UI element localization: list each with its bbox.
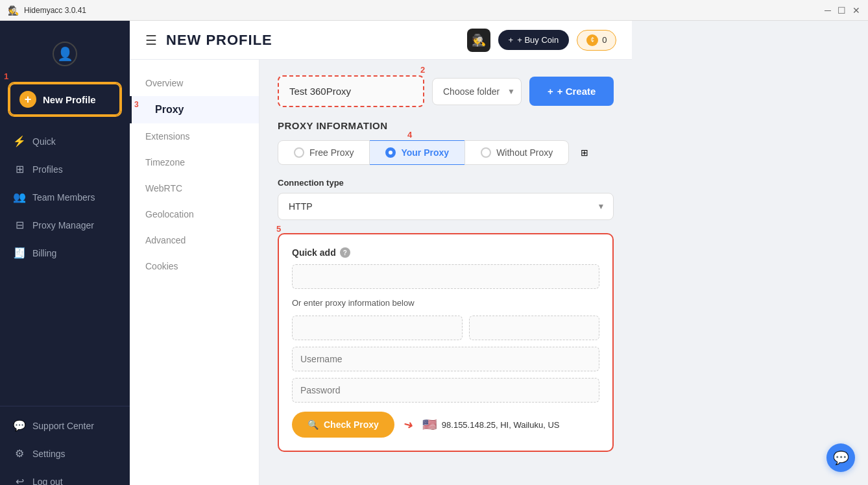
- plus-icon: +: [19, 91, 36, 108]
- sidebar-label-profiles: Profiles: [32, 164, 63, 175]
- create-button[interactable]: + + Create: [529, 77, 614, 106]
- sidebar-item-proxy-manager[interactable]: ⊟ Proxy Manager: [0, 211, 130, 239]
- sidebar-label-billing: Billing: [32, 248, 56, 258]
- nav-item-proxy[interactable]: 3 Proxy: [130, 96, 259, 123]
- quick-add-box: 5 Quick add ? Or enter proxy information…: [278, 233, 614, 452]
- new-profile-label: New Profile: [43, 94, 96, 105]
- close-button[interactable]: ✕: [852, 5, 860, 16]
- nav-item-webrtc[interactable]: WebRTC: [130, 175, 259, 201]
- minimize-button[interactable]: ─: [825, 5, 831, 16]
- buy-coin-button[interactable]: + + Buy Coin: [498, 30, 570, 50]
- top-bar: ☰ NEW PROFILE 🕵️ + + Buy Coin ¢ 0: [130, 21, 632, 60]
- free-proxy-radio[interactable]: [294, 147, 304, 158]
- menu-icon[interactable]: ☰: [145, 32, 157, 48]
- nav-item-geolocation[interactable]: Geolocation: [130, 201, 259, 227]
- sidebar-item-support[interactable]: 💬 Support Center: [0, 412, 130, 440]
- sidebar-item-quick[interactable]: ⚡ Quick: [0, 127, 130, 155]
- proxy-username-input[interactable]: [292, 347, 599, 371]
- or-enter-text: Or enter proxy information below: [292, 298, 599, 308]
- sidebar-item-team-members[interactable]: 👥 Team Members: [0, 183, 130, 211]
- proxy-result: 🇺🇸 98.155.148.25, HI, Wailuku, US: [422, 417, 560, 432]
- titlebar: 🕵️ Hidemyacc 3.0.41 ─ ☐ ✕: [0, 0, 868, 21]
- proxy-info-section: PROXY INFORMATION 4 Free Proxy Your: [278, 120, 614, 220]
- folder-select[interactable]: Choose folder: [432, 78, 522, 105]
- proxy-result-text: 98.155.148.25, HI, Wailuku, US: [442, 420, 560, 430]
- content-area: Overview 3 Proxy Extensions Timezone Web…: [130, 60, 632, 485]
- left-nav: Overview 3 Proxy Extensions Timezone Web…: [130, 60, 259, 485]
- profiles-icon: ⊞: [13, 163, 26, 175]
- annotation-5: 5: [276, 224, 281, 234]
- coin-count: 0: [602, 35, 607, 45]
- flag-icon: 🇺🇸: [422, 417, 437, 432]
- page-title: NEW PROFILE: [166, 32, 272, 49]
- coin-icon: ¢: [586, 34, 598, 46]
- sidebar: 👤 1 + New Profile ⚡ Quick ⊞ Profiles 👥 T…: [0, 21, 130, 485]
- connection-type-wrapper: HTTP HTTPS SOCKS4 SOCKS5 ▼: [278, 193, 614, 220]
- billing-icon: 🧾: [13, 247, 26, 259]
- new-profile-button[interactable]: + New Profile: [9, 83, 121, 116]
- nav-item-extensions[interactable]: Extensions: [130, 123, 259, 149]
- support-icon: 💬: [13, 419, 26, 432]
- create-icon: +: [548, 86, 553, 97]
- annotation-1: 1: [4, 71, 8, 81]
- check-proxy-row: 🔍 Check Proxy ➜ 🇺🇸 98.155.148.25, HI, Wa…: [292, 412, 599, 438]
- profile-avatar-icon[interactable]: 🕵️: [467, 29, 490, 52]
- free-proxy-label: Free Proxy: [309, 147, 354, 158]
- sidebar-label-settings: Settings: [32, 449, 66, 459]
- sidebar-label-team: Team Members: [32, 192, 95, 203]
- logout-icon: ↩: [13, 475, 26, 485]
- form-area: 2 Choose folder ▼ + + Create PR: [259, 60, 632, 485]
- chat-button[interactable]: 💬: [826, 443, 855, 472]
- maximize-button[interactable]: ☐: [838, 5, 846, 16]
- profile-name-input[interactable]: [278, 75, 424, 107]
- chat-icon: 💬: [833, 450, 849, 466]
- folder-wrapper: Choose folder ▼: [432, 78, 522, 105]
- team-icon: 👥: [13, 191, 26, 203]
- your-proxy-label: Your Proxy: [401, 147, 449, 158]
- help-icon[interactable]: ?: [340, 247, 350, 258]
- radio-dot: [389, 151, 392, 155]
- proxy-options-row: 4 Free Proxy Your Proxy: [278, 140, 614, 165]
- buy-coin-icon: +: [509, 35, 514, 45]
- your-proxy-radio[interactable]: [385, 147, 396, 158]
- coin-balance: ¢ 0: [577, 30, 616, 51]
- quick-add-input[interactable]: [292, 264, 599, 289]
- user-avatar[interactable]: 👤: [53, 42, 77, 66]
- app-title: Hidemyacc 3.0.41: [24, 6, 86, 15]
- sidebar-nav: ⚡ Quick ⊞ Profiles 👥 Team Members ⊟ Prox…: [0, 122, 130, 406]
- connection-type-label: Connection type: [278, 178, 614, 188]
- sidebar-bottom: 💬 Support Center ⚙ Settings ↩ Log out: [0, 406, 130, 485]
- sidebar-label-logout: Log out: [32, 477, 63, 486]
- proxy-port-input[interactable]: [469, 316, 599, 340]
- proxy-password-input[interactable]: [292, 378, 599, 403]
- proxy-option-your[interactable]: Your Proxy: [370, 140, 464, 165]
- nav-item-cookies[interactable]: Cookies: [130, 253, 259, 279]
- without-proxy-label: Without Proxy: [496, 147, 553, 158]
- sidebar-label-support: Support Center: [32, 421, 94, 431]
- proxy-host-input[interactable]: [292, 316, 463, 340]
- nav-item-overview[interactable]: Overview: [130, 70, 259, 96]
- proxy-host-port-row: [292, 316, 599, 340]
- sidebar-label-quick: Quick: [32, 136, 56, 147]
- proxy-manager-icon: ⊟: [13, 219, 26, 231]
- proxy-grid-icon[interactable]: ⊞: [574, 142, 595, 163]
- nav-item-advanced[interactable]: Advanced: [130, 227, 259, 253]
- main-content: ☰ NEW PROFILE 🕵️ + + Buy Coin ¢ 0 Ov: [130, 21, 632, 485]
- sidebar-item-settings[interactable]: ⚙ Settings: [0, 440, 130, 467]
- sidebar-label-proxy-manager: Proxy Manager: [32, 220, 94, 230]
- annotation-2: 2: [420, 65, 425, 75]
- sidebar-item-logout[interactable]: ↩ Log out: [0, 467, 130, 485]
- check-proxy-button[interactable]: 🔍 Check Proxy: [292, 412, 394, 438]
- avatar-icon: 👤: [57, 46, 73, 62]
- nav-item-timezone[interactable]: Timezone: [130, 149, 259, 175]
- profile-name-row: 2 Choose folder ▼ + + Create: [278, 75, 614, 107]
- quick-icon: ⚡: [13, 135, 26, 147]
- annotation-3: 3: [134, 100, 139, 109]
- sidebar-item-billing[interactable]: 🧾 Billing: [0, 239, 130, 267]
- without-proxy-radio[interactable]: [481, 147, 491, 158]
- proxy-option-without[interactable]: Without Proxy: [464, 140, 569, 165]
- sidebar-item-profiles[interactable]: ⊞ Profiles: [0, 155, 130, 183]
- connection-type-select[interactable]: HTTP HTTPS SOCKS4 SOCKS5: [278, 193, 614, 220]
- quick-add-title: Quick add ?: [292, 247, 599, 258]
- proxy-option-free[interactable]: Free Proxy: [278, 140, 370, 165]
